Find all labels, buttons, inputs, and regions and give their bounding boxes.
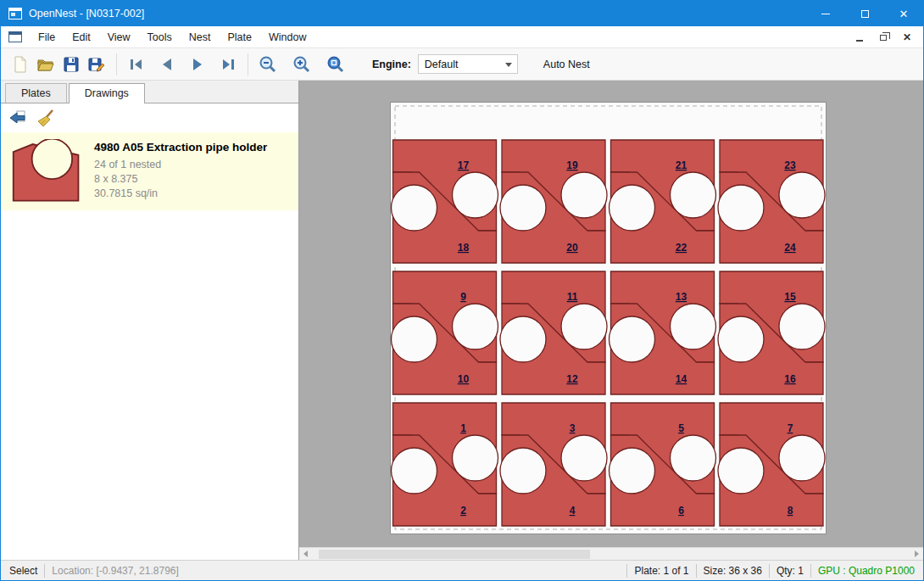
open-file-button[interactable] xyxy=(33,52,58,77)
pipe-notch xyxy=(453,304,498,349)
part-number-label: 15 xyxy=(784,291,796,303)
nested-pair[interactable]: 12 xyxy=(392,403,498,526)
go-next-icon xyxy=(187,54,208,75)
menu-window[interactable]: Window xyxy=(260,28,314,47)
engine-label: Engine: xyxy=(372,59,411,70)
part-number-label: 24 xyxy=(784,242,796,254)
nested-pair[interactable]: 34 xyxy=(500,403,607,526)
part-number-label: 14 xyxy=(676,373,687,385)
go-previous-icon xyxy=(157,54,177,75)
menu-edit[interactable]: Edit xyxy=(64,28,99,47)
pipe-notch xyxy=(718,185,764,231)
pipe-notch xyxy=(671,304,716,349)
pipe-notch xyxy=(500,316,546,362)
app-window: OpenNest - [N0317-002] ✕ File Edit View … xyxy=(0,0,924,581)
part-number-label: 23 xyxy=(784,159,796,171)
pipe-notch xyxy=(453,172,498,218)
nested-pair[interactable]: 56 xyxy=(610,403,716,526)
mdi-minimize-button[interactable] xyxy=(854,31,866,43)
nest-canvas[interactable]: 171819202122232491011121314151612345678 xyxy=(299,81,923,560)
mdi-restore-button[interactable] xyxy=(877,31,889,43)
nested-pair[interactable]: 1920 xyxy=(500,140,607,263)
save-as-button[interactable] xyxy=(84,52,109,77)
main-toolbar: Engine: Default Auto Nest xyxy=(1,48,923,81)
tab-drawings[interactable]: Drawings xyxy=(69,83,145,103)
close-button[interactable]: ✕ xyxy=(884,1,923,26)
part-number-label: 7 xyxy=(788,422,793,434)
nested-pair[interactable]: 78 xyxy=(718,403,825,526)
status-gpu: GPU : Quadro P1000 xyxy=(818,565,923,577)
status-separator xyxy=(810,564,811,578)
zoom-fit-button[interactable] xyxy=(323,52,348,77)
new-document-icon xyxy=(10,54,31,75)
scroll-right-arrow-icon[interactable] xyxy=(910,548,923,561)
zoom-out-icon xyxy=(258,54,278,75)
status-separator xyxy=(626,564,627,578)
new-document-button[interactable] xyxy=(8,52,33,77)
nested-pair[interactable]: 1516 xyxy=(718,271,825,394)
close-icon: ✕ xyxy=(899,8,909,20)
go-next-button[interactable] xyxy=(185,52,210,77)
drawing-list-item[interactable]: 4980 A05 Extraction pipe holder 24 of 1 … xyxy=(1,132,298,210)
scroll-left-arrow-icon[interactable] xyxy=(299,548,312,561)
drawing-area: 30.7815 sq/in xyxy=(94,187,267,201)
part-number-label: 2 xyxy=(460,505,466,517)
pipe-notch xyxy=(779,172,825,218)
part-number-label: 4 xyxy=(570,505,576,517)
pipe-notch xyxy=(779,304,825,349)
pipe-notch xyxy=(718,316,764,362)
minimize-button[interactable] xyxy=(806,1,845,26)
engine-select[interactable]: Default xyxy=(418,54,518,74)
nested-pair[interactable]: 1718 xyxy=(392,140,498,263)
go-last-button[interactable] xyxy=(215,52,241,77)
toolbar-separator xyxy=(248,53,248,75)
save-as-icon xyxy=(86,54,107,75)
plate[interactable]: 171819202122232491011121314151612345678 xyxy=(390,102,827,534)
menu-tools[interactable]: Tools xyxy=(139,28,181,47)
menu-plate[interactable]: Plate xyxy=(219,28,260,47)
go-first-button[interactable] xyxy=(124,52,149,77)
save-button[interactable] xyxy=(58,52,84,77)
panel-tabs: Plates Drawings xyxy=(1,81,298,103)
nested-pair[interactable]: 1112 xyxy=(500,271,607,394)
status-bar: Select Location: [-0.9437, 21.8796] Plat… xyxy=(1,560,923,580)
part-number-label: 16 xyxy=(784,373,796,385)
nested-pair[interactable]: 910 xyxy=(392,271,498,394)
pipe-notch xyxy=(561,435,607,481)
nested-pair[interactable]: 2122 xyxy=(610,140,716,263)
go-last-icon xyxy=(218,54,238,75)
go-previous-button[interactable] xyxy=(154,52,180,77)
part-number-label: 12 xyxy=(566,373,578,385)
nested-pair[interactable]: 1314 xyxy=(610,271,716,394)
menu-nest[interactable]: Nest xyxy=(181,28,220,47)
status-size: Size: 36 x 36 xyxy=(704,565,762,577)
tab-plates[interactable]: Plates xyxy=(5,83,67,103)
mdi-child-icon[interactable] xyxy=(8,31,22,42)
mdi-close-button[interactable]: ✕ xyxy=(901,31,913,43)
cleanup-button[interactable] xyxy=(34,107,57,130)
menu-view[interactable]: View xyxy=(99,28,139,47)
status-mode: Select xyxy=(1,565,37,577)
part-number-label: 19 xyxy=(566,159,578,171)
return-to-plates-button[interactable] xyxy=(6,107,29,130)
maximize-button[interactable] xyxy=(845,1,884,26)
menu-file[interactable]: File xyxy=(30,28,64,47)
mdi-restore-icon xyxy=(880,35,887,41)
pipe-notch xyxy=(392,448,437,494)
part-number-label: 21 xyxy=(676,159,687,171)
window-title: OpenNest - [N0317-002] xyxy=(29,8,144,20)
chevron-down-icon xyxy=(505,63,512,67)
zoom-in-button[interactable] xyxy=(289,52,314,77)
zoom-out-button[interactable] xyxy=(255,52,281,77)
pipe-notch xyxy=(610,185,655,231)
part-number-label: 18 xyxy=(458,242,470,254)
nested-pair[interactable]: 2324 xyxy=(718,140,825,263)
horizontal-scrollbar[interactable] xyxy=(299,547,923,560)
auto-nest-button[interactable]: Auto Nest xyxy=(537,54,597,75)
pipe-notch xyxy=(671,172,716,218)
part-number-label: 6 xyxy=(678,505,684,517)
part-number-label: 8 xyxy=(788,505,793,517)
pipe-notch xyxy=(779,435,825,481)
drawing-size: 8 x 8.375 xyxy=(94,172,267,187)
scrollbar-thumb[interactable] xyxy=(319,550,590,559)
